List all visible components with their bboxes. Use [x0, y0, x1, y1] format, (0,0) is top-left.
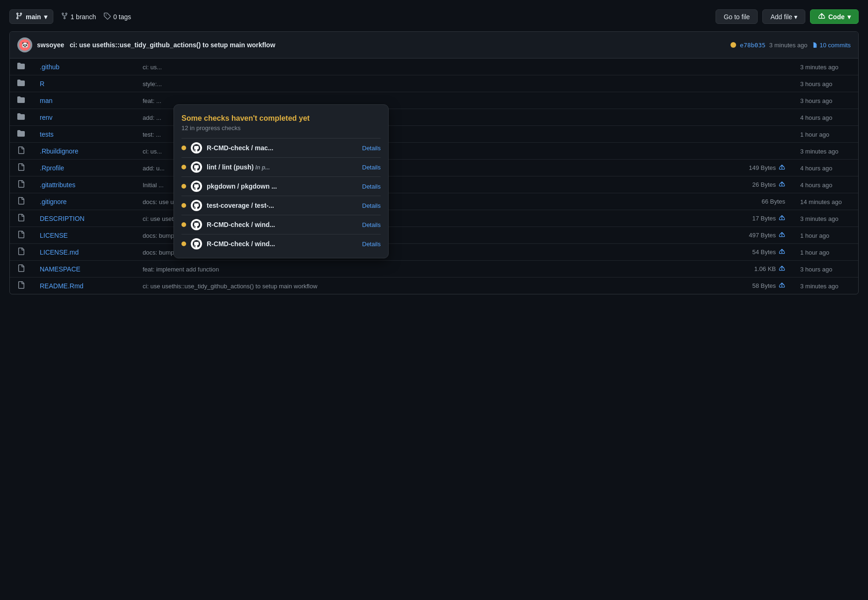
github-icon: [191, 219, 202, 230]
upload-icon[interactable]: [779, 164, 785, 172]
file-icon-cell: [10, 261, 32, 278]
upload-icon[interactable]: [779, 282, 785, 290]
check-status-dot: [181, 165, 186, 169]
file-link[interactable]: DESCRIPTION: [40, 215, 85, 222]
file-icon-cell: [10, 193, 32, 210]
code-button[interactable]: Code ▾: [810, 9, 859, 24]
avatar: 🐼: [17, 37, 32, 52]
file-icon-cell: [10, 92, 32, 109]
repo-container: 🐼 swsoyee ci: use usethis::use_tidy_gith…: [9, 31, 859, 294]
commit-author: swsoyee: [37, 41, 64, 49]
commit-hash[interactable]: e78b035: [740, 42, 766, 49]
file-size-cell: 149 Bytes: [652, 160, 793, 176]
branch-selector[interactable]: main ▾: [9, 9, 53, 24]
file-name-cell: DESCRIPTION: [32, 210, 135, 227]
commit-message: swsoyee ci: use usethis::use_tidy_github…: [37, 41, 726, 49]
check-name: R-CMD-check / wind...: [207, 221, 357, 228]
fork-icon: [61, 12, 68, 21]
popup-title: Some checks haven't completed yet: [181, 114, 381, 123]
commit-text: ci: use usethis::use_tidy_github_actions…: [70, 41, 275, 49]
branch-count: 1 branch: [71, 13, 96, 21]
upload-icon[interactable]: [779, 248, 785, 256]
status-dot[interactable]: [731, 42, 736, 48]
file-time: 3 minutes ago: [800, 148, 839, 155]
file-time: 3 hours ago: [800, 97, 832, 104]
check-details-link[interactable]: Details: [362, 164, 381, 171]
file-time: 3 minutes ago: [800, 64, 839, 71]
upload-icon[interactable]: [779, 231, 785, 239]
upload-icon[interactable]: [779, 265, 785, 273]
file-time: 1 hour ago: [800, 232, 829, 239]
file-icon: [17, 249, 25, 256]
file-name-cell: .gitignore: [32, 193, 135, 210]
file-icon-cell: [10, 278, 32, 294]
file-commit-desc: ci: us...: [143, 148, 162, 155]
file-name-cell: LICENSE.md: [32, 244, 135, 261]
table-row: .github ci: us... 3 minutes ago: [10, 59, 858, 75]
file-link[interactable]: .gitignore: [40, 198, 67, 205]
check-status-dot: [181, 203, 186, 208]
file-name-cell: NAMESPACE: [32, 261, 135, 278]
file-size-cell: [652, 75, 793, 92]
file-commit-desc: add: u...: [143, 165, 165, 172]
table-row: README.Rmd ci: use usethis::use_tidy_git…: [10, 278, 858, 294]
check-item: R-CMD-check / mac... Details: [181, 138, 381, 157]
tag-count: 0 tags: [113, 13, 131, 21]
file-size-cell: 66 Bytes: [652, 193, 793, 210]
upload-icon[interactable]: [779, 181, 785, 189]
check-status-dot: [181, 146, 186, 150]
file-size-cell: [652, 59, 793, 75]
file-link[interactable]: tests: [40, 131, 54, 138]
check-name: R-CMD-check / wind...: [207, 240, 357, 248]
file-size: 17 Bytes: [752, 215, 776, 222]
file-icon-cell: [10, 227, 32, 244]
table-row: NAMESPACE feat: implement add function 1…: [10, 261, 858, 278]
popup-checks-list: R-CMD-check / mac... Details lint / lint…: [181, 138, 381, 253]
check-status-dot: [181, 222, 186, 227]
file-link[interactable]: LICENSE.md: [40, 249, 79, 256]
check-item: R-CMD-check / wind... Details: [181, 215, 381, 234]
file-link[interactable]: .Rbuildignore: [40, 147, 79, 155]
file-link[interactable]: renv: [40, 114, 52, 121]
file-size-cell: 26 Bytes: [652, 176, 793, 193]
file-icon: [17, 283, 25, 290]
check-details-link[interactable]: Details: [362, 202, 381, 209]
file-time-cell: 3 minutes ago: [793, 59, 858, 75]
github-icon: [191, 238, 202, 249]
svg-text:🐼: 🐼: [22, 41, 29, 48]
github-icon: [191, 161, 202, 173]
github-icon: [191, 200, 202, 211]
upload-icon[interactable]: [779, 214, 785, 222]
file-link[interactable]: .github: [40, 63, 59, 71]
check-details-link[interactable]: Details: [362, 241, 381, 248]
file-icon: [17, 215, 25, 223]
check-details-link[interactable]: Details: [362, 221, 381, 228]
file-link[interactable]: README.Rmd: [40, 282, 83, 290]
goto-file-button[interactable]: Go to file: [716, 9, 758, 24]
add-file-button[interactable]: Add file ▾: [762, 9, 805, 24]
file-link[interactable]: man: [40, 97, 52, 104]
file-icon: [17, 198, 25, 206]
file-time-cell: 3 minutes ago: [793, 278, 858, 294]
file-commit-desc: feat: implement add function: [143, 266, 219, 273]
file-link[interactable]: .gitattributes: [40, 181, 75, 189]
file-link[interactable]: NAMESPACE: [40, 265, 80, 273]
file-icon-cell: [10, 109, 32, 126]
commit-header: 🐼 swsoyee ci: use usethis::use_tidy_gith…: [10, 32, 858, 59]
file-link[interactable]: R: [40, 80, 44, 88]
file-commit-cell: ci: us...: [135, 59, 652, 75]
check-details-link[interactable]: Details: [362, 145, 381, 152]
table-row: .gitattributes Initial ... 26 Bytes 4 ho…: [10, 176, 858, 193]
popup-subtitle: 12 in progress checks: [181, 124, 381, 132]
download-icon: [818, 12, 825, 21]
check-item: test-coverage / test-... Details: [181, 196, 381, 215]
file-size-cell: [652, 92, 793, 109]
check-details-link[interactable]: Details: [362, 183, 381, 190]
file-link[interactable]: LICENSE: [40, 232, 68, 239]
branch-chevron-icon: ▾: [44, 13, 47, 21]
file-size-cell: 1.06 KB: [652, 261, 793, 278]
check-in-progress: In p...: [253, 164, 270, 171]
file-link[interactable]: .Rprofile: [40, 164, 64, 172]
commit-count: 10 commits: [811, 42, 851, 49]
table-row: LICENSE docs: bump version and add licen…: [10, 227, 858, 244]
